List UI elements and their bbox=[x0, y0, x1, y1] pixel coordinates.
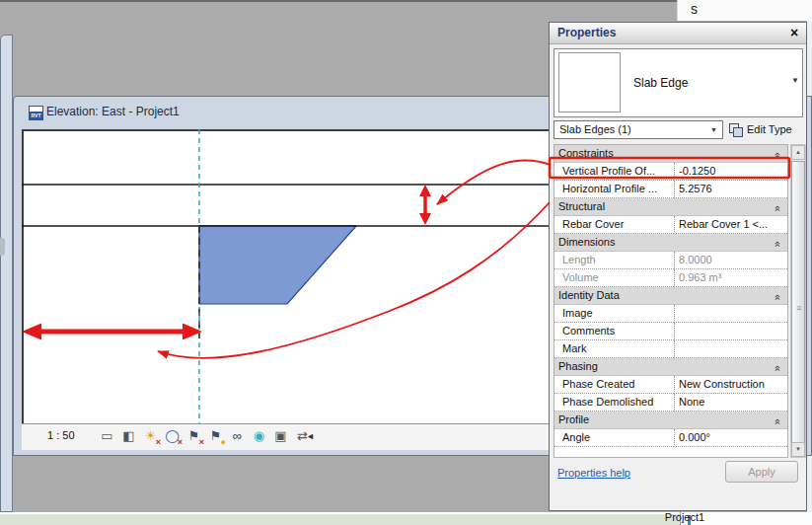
edit-type-icon bbox=[729, 123, 742, 136]
property-row-image: Image bbox=[554, 305, 787, 323]
chevron-down-icon[interactable]: ▼ bbox=[791, 76, 799, 85]
icon-overlay: ● bbox=[221, 438, 226, 447]
property-value[interactable]: -0.1250 bbox=[674, 163, 787, 181]
property-row-volume: Volume0.963 m³ bbox=[554, 269, 787, 287]
property-value[interactable]: 5.2576 bbox=[674, 181, 787, 198]
group-header-phasing[interactable]: Phasing» bbox=[554, 358, 787, 376]
chevron-down-icon: ▼ bbox=[710, 126, 717, 133]
property-row-phase-created: Phase CreatedNew Construction bbox=[554, 376, 787, 394]
property-label: Angle bbox=[554, 429, 674, 447]
scrollbar-grip-icon: ≡ bbox=[792, 304, 806, 312]
property-value: 0.963 m³ bbox=[674, 269, 787, 287]
properties-panel: Properties × Slab Edge ▼ Slab Edges (1) … bbox=[549, 22, 807, 511]
edit-type-label: Edit Type bbox=[747, 123, 792, 135]
property-value[interactable]: 0.000° bbox=[674, 429, 787, 447]
background-window-left-edge bbox=[0, 35, 13, 512]
collapse-chevron-icon[interactable]: » bbox=[768, 241, 784, 247]
scrollbar-thumb[interactable]: ≡ bbox=[791, 161, 805, 443]
slab-edge-profile-shape[interactable] bbox=[199, 226, 356, 304]
splitter-grip[interactable] bbox=[0, 238, 5, 256]
group-label: Identity Data bbox=[558, 289, 620, 301]
desktop-top-edge bbox=[0, 0, 677, 2]
crop-view-icon[interactable]: ⚑× bbox=[185, 427, 202, 445]
view-scale-button[interactable]: 1 : 50 bbox=[47, 429, 75, 441]
property-label: Comments bbox=[554, 323, 674, 340]
type-preview-image bbox=[558, 52, 621, 112]
selection-filter-combo[interactable]: Slab Edges (1) ▼ bbox=[554, 120, 723, 139]
collapse-chevron-icon[interactable]: » bbox=[768, 418, 784, 424]
property-row-horizontal-profile: Horizontal Profile ...5.2576 bbox=[554, 181, 787, 198]
group-label: Constraints bbox=[558, 147, 614, 159]
property-value[interactable] bbox=[674, 340, 787, 358]
rvt-document-icon: RVT bbox=[29, 106, 43, 120]
horizontal-scroll-left-icon[interactable]: ◄ bbox=[306, 431, 315, 441]
property-value: 8.0000 bbox=[674, 252, 787, 269]
group-label: Structural bbox=[558, 200, 605, 212]
group-label: Profile bbox=[558, 413, 589, 425]
property-row-vertical-profile-of: Vertical Profile Of...-0.1250 bbox=[554, 163, 787, 181]
detail-level-icon[interactable]: ▭ bbox=[99, 427, 115, 445]
property-row-mark: Mark bbox=[554, 340, 787, 358]
icon-overlay: × bbox=[199, 438, 204, 447]
property-label: Phase Demolished bbox=[554, 394, 674, 412]
property-value[interactable]: New Construction bbox=[674, 376, 787, 394]
property-label: Vertical Profile Of... bbox=[554, 163, 674, 181]
group-header-identity-data[interactable]: Identity Data» bbox=[554, 287, 787, 305]
scroll-down-icon[interactable]: ▼ bbox=[791, 442, 805, 457]
show-crop-region-icon[interactable]: ⚑● bbox=[207, 427, 224, 445]
collapse-chevron-icon[interactable]: » bbox=[768, 365, 784, 371]
elevation-window-title: Elevation: East - Project1 bbox=[46, 105, 180, 118]
property-label: Horizontal Profile ... bbox=[554, 181, 674, 198]
selection-filter-value: Slab Edges (1) bbox=[559, 123, 631, 135]
type-selector-dropdown[interactable]: Slab Edge ▼ bbox=[554, 48, 803, 117]
sun-path-icon[interactable]: ☀× bbox=[142, 427, 159, 445]
group-header-profile[interactable]: Profile» bbox=[554, 412, 787, 429]
group-header-constraints[interactable]: Constraints» bbox=[554, 145, 787, 163]
group-header-dimensions[interactable]: Dimensions» bbox=[554, 234, 787, 252]
property-row-phase-demolished: Phase DemolishedNone bbox=[554, 394, 787, 412]
properties-panel-title: Properties bbox=[557, 26, 616, 39]
property-label: Rebar Cover bbox=[554, 216, 674, 234]
property-label: Mark bbox=[554, 340, 674, 358]
property-value[interactable]: Rebar Cover 1 <... bbox=[674, 216, 787, 234]
icon-overlay: × bbox=[178, 438, 183, 447]
property-grid: Constraints»Vertical Profile Of...-0.125… bbox=[554, 144, 788, 458]
background-window-fragment: s bbox=[677, 0, 812, 21]
property-value[interactable] bbox=[674, 305, 787, 323]
group-label: Dimensions bbox=[558, 236, 615, 248]
collapse-chevron-icon[interactable]: » bbox=[768, 205, 784, 211]
property-row-comments: Comments bbox=[554, 323, 787, 340]
collapse-chevron-icon[interactable]: » bbox=[768, 152, 784, 158]
property-label: Length bbox=[554, 252, 674, 269]
scroll-up-icon[interactable]: ▲ bbox=[791, 145, 805, 160]
temporary-hide-isolate-icon[interactable]: ∞ bbox=[229, 427, 246, 445]
apply-button[interactable]: Apply bbox=[725, 461, 798, 483]
crop-region-lock-icon[interactable]: ▣ bbox=[272, 427, 289, 445]
property-label: Phase Created bbox=[554, 376, 674, 394]
property-label: Volume bbox=[554, 269, 674, 287]
property-row-rebar-cover: Rebar CoverRebar Cover 1 <... bbox=[554, 216, 787, 234]
properties-help-link[interactable]: Properties help bbox=[557, 467, 630, 479]
reveal-hidden-elements-icon[interactable]: ◉ bbox=[251, 427, 267, 445]
property-value[interactable] bbox=[674, 323, 787, 340]
view-control-icons: ▭◧☀×◯×⚑×⚑●∞◉▣⇄ bbox=[99, 426, 311, 446]
property-row-angle: Angle0.000° bbox=[554, 429, 787, 447]
edit-type-button[interactable]: Edit Type bbox=[728, 121, 805, 139]
property-row-length: Length8.0000 bbox=[554, 252, 787, 269]
collapse-chevron-icon[interactable]: » bbox=[768, 294, 784, 300]
shadows-icon[interactable]: ◯× bbox=[164, 427, 181, 445]
vertical-scrollbar[interactable]: ▲ ≡ ▼ bbox=[790, 144, 806, 458]
group-label: Phasing bbox=[558, 360, 598, 372]
group-header-structural[interactable]: Structural» bbox=[554, 198, 787, 216]
property-value[interactable]: None bbox=[674, 394, 787, 412]
rvt-icon-label: RVT bbox=[30, 112, 42, 119]
partial-text: s bbox=[691, 1, 698, 17]
property-label: Image bbox=[554, 305, 674, 323]
visual-style-icon[interactable]: ◧ bbox=[120, 427, 137, 445]
elevation-drawing bbox=[22, 129, 549, 423]
type-name: Slab Edge bbox=[633, 76, 688, 90]
close-icon[interactable]: × bbox=[790, 25, 798, 40]
icon-overlay: × bbox=[156, 438, 161, 447]
